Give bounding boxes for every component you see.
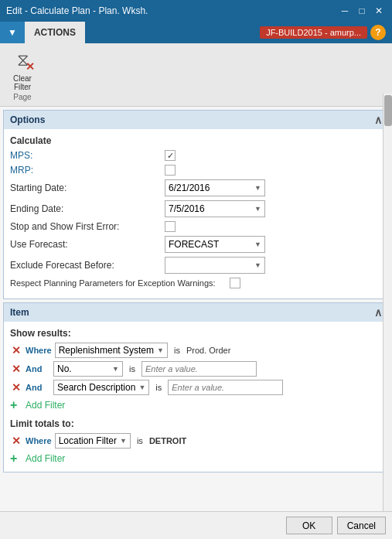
filter-field-2[interactable]: Search Description ▼ <box>53 380 149 395</box>
add-filter-row-1: + Add Filter <box>10 398 382 412</box>
filter-field-0[interactable]: Replenishment System ▼ <box>55 343 168 358</box>
window-title: Edit - Calculate Plan - Plan. Wksh. <box>6 5 148 16</box>
add-filter-label-2[interactable]: Add Filter <box>26 453 65 464</box>
environment-badge: JF-BUILD2015 - amurp... <box>260 26 367 39</box>
item-body: Show results: ✕ Where Replenishment Syst… <box>4 322 388 472</box>
scrollbar-thumb[interactable] <box>384 95 392 126</box>
ribbon-right: JF-BUILD2015 - amurp... ? <box>260 25 392 40</box>
ribbon-content: ⧖ ✕ ClearFilter Page <box>0 43 392 107</box>
exclude-forecast-label: Exclude Forecast Before: <box>10 260 165 271</box>
mrp-row: MRP: <box>10 165 382 176</box>
limit-filter-value-0: DETROIT <box>149 436 186 445</box>
stop-error-row: Stop and Show First Error: <box>10 221 382 232</box>
filter-is-2: is <box>152 383 165 392</box>
clear-filter-icon-area[interactable]: ⧖ ✕ ClearFilter <box>10 48 35 91</box>
item-section: Item ∧ Show results: ✕ Where Replenishme… <box>3 302 389 472</box>
add-filter-plus-2[interactable]: + <box>10 452 22 466</box>
use-forecast-label: Use Forecast: <box>10 239 165 250</box>
mps-row: MPS: <box>10 150 382 161</box>
mps-label: MPS: <box>10 150 165 161</box>
filter-field-1[interactable]: No. ▼ <box>53 361 123 377</box>
limit-totals-label: Limit totals to: <box>10 418 382 429</box>
filter-value-0: Prod. Order <box>186 346 230 355</box>
ending-date-label: Ending Date: <box>10 203 165 214</box>
filter-is-1: is <box>126 364 138 374</box>
options-title: Options <box>10 114 45 125</box>
starting-date-value: 6/21/2016 <box>169 183 210 193</box>
x-icon: ✕ <box>26 60 35 73</box>
filter-value-1-input[interactable] <box>141 361 257 377</box>
calculate-label: Calculate <box>10 135 382 146</box>
filter-row-0: ✕ Where Replenishment System ▼ is Prod. … <box>10 343 382 358</box>
exclude-forecast-arrow: ▼ <box>254 261 261 269</box>
options-section: Options ∧ Calculate MPS: MRP: Starting D… <box>3 110 389 299</box>
window-controls: ─ □ ✕ <box>338 4 386 18</box>
ending-date-select[interactable]: 7/5/2016 ▼ <box>165 200 265 217</box>
clear-filter-group: ⧖ ✕ ClearFilter Page <box>3 46 42 103</box>
respect-planning-label: Respect Planning Parameters for Exceptio… <box>10 278 227 288</box>
limit-filter-is-0: is <box>134 436 146 445</box>
remove-filter-0[interactable]: ✕ <box>10 344 22 356</box>
close-button[interactable]: ✕ <box>372 4 386 18</box>
mrp-label: MRP: <box>10 165 165 176</box>
item-title: Item <box>10 307 29 318</box>
exclude-forecast-select[interactable]: ▼ <box>165 257 265 274</box>
stop-error-label: Stop and Show First Error: <box>10 221 165 232</box>
exclude-forecast-row: Exclude Forecast Before: ▼ <box>10 257 382 274</box>
help-button[interactable]: ? <box>370 25 386 40</box>
add-filter-plus-1[interactable]: + <box>10 398 22 412</box>
show-results-label: Show results: <box>10 328 382 339</box>
cancel-button[interactable]: Cancel <box>337 517 386 534</box>
options-body: Calculate MPS: MRP: Starting Date: 6/21/… <box>4 129 388 298</box>
respect-planning-row: Respect Planning Parameters for Exceptio… <box>10 278 382 288</box>
respect-planning-checkbox[interactable] <box>230 278 240 288</box>
limit-filter-field-0[interactable]: Location Filter ▼ <box>55 433 131 449</box>
clear-filter-button[interactable]: ⧖ ✕ <box>10 48 35 73</box>
filter-row-1: ✕ And No. ▼ is <box>10 361 382 377</box>
item-header[interactable]: Item ∧ <box>4 303 388 322</box>
mrp-checkbox[interactable] <box>165 165 176 176</box>
limit-filter-row-0: ✕ Where Location Filter ▼ is DETROIT <box>10 433 382 449</box>
starting-date-arrow: ▼ <box>254 184 261 192</box>
item-collapse-icon[interactable]: ∧ <box>374 306 382 319</box>
starting-date-row: Starting Date: 6/21/2016 ▼ <box>10 179 382 196</box>
ok-button[interactable]: OK <box>286 517 332 534</box>
add-filter-row-2: + Add Filter <box>10 452 382 466</box>
remove-limit-filter-0[interactable]: ✕ <box>10 435 22 447</box>
starting-date-label: Starting Date: <box>10 183 165 193</box>
limit-filter-connector-0: Where <box>26 436 52 445</box>
remove-filter-1[interactable]: ✕ <box>10 363 22 375</box>
page-group-label: Page <box>13 93 31 101</box>
use-forecast-select[interactable]: FORECAST ▼ <box>165 236 265 253</box>
add-filter-label-1[interactable]: Add Filter <box>26 400 65 411</box>
main-content: Options ∧ Calculate MPS: MRP: Starting D… <box>0 107 392 524</box>
filter-row-2: ✕ And Search Description ▼ is <box>10 380 382 395</box>
use-forecast-arrow: ▼ <box>254 241 261 248</box>
maximize-button[interactable]: □ <box>355 4 369 18</box>
ribbon-dropdown[interactable]: ▼ <box>0 22 25 43</box>
ending-date-row: Ending Date: 7/5/2016 ▼ <box>10 200 382 217</box>
actions-tab[interactable]: ACTIONS <box>25 22 85 43</box>
use-forecast-value: FORECAST <box>169 239 219 250</box>
title-bar: Edit - Calculate Plan - Plan. Wksh. ─ □ … <box>0 0 392 22</box>
ribbon-tabs: ▼ ACTIONS JF-BUILD2015 - amurp... ? <box>0 22 392 43</box>
filter-is-0: is <box>171 346 183 355</box>
options-header[interactable]: Options ∧ <box>4 111 388 129</box>
use-forecast-row: Use Forecast: FORECAST ▼ <box>10 236 382 253</box>
filter-connector-1: And <box>26 364 50 374</box>
scrollbar[interactable] <box>383 94 392 511</box>
ending-date-arrow: ▼ <box>254 205 261 213</box>
filter-value-2-input[interactable] <box>168 380 283 395</box>
options-collapse-icon[interactable]: ∧ <box>374 114 382 126</box>
footer: OK Cancel <box>0 511 392 539</box>
clear-filter-label: ClearFilter <box>13 74 32 91</box>
mps-checkbox[interactable] <box>165 150 176 161</box>
filter-connector-2: And <box>26 383 50 392</box>
remove-filter-2[interactable]: ✕ <box>10 381 22 394</box>
stop-error-checkbox[interactable] <box>165 221 176 232</box>
starting-date-select[interactable]: 6/21/2016 ▼ <box>165 179 265 196</box>
filter-connector-0: Where <box>26 346 52 355</box>
ending-date-value: 7/5/2016 <box>169 203 205 214</box>
minimize-button[interactable]: ─ <box>338 4 352 18</box>
